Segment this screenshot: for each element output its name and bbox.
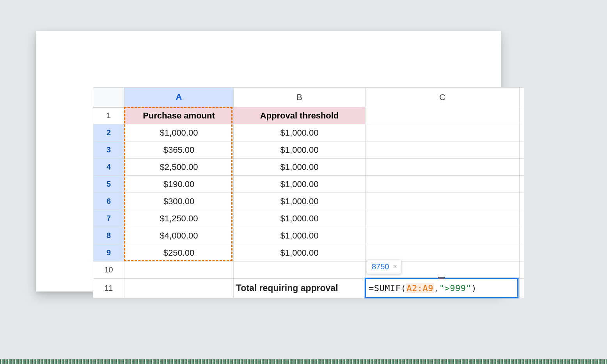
cell-b4[interactable]: $1,000.00: [234, 159, 366, 176]
cell-d11[interactable]: [520, 279, 524, 298]
cell-d5[interactable]: [520, 176, 524, 193]
cell-d6[interactable]: [520, 193, 524, 210]
formula-result-tooltip: 8750 ×: [367, 260, 401, 274]
formula-text: =SUMIF(A2:A9,">999"): [369, 283, 477, 293]
cell-a1[interactable]: Purchase amount: [124, 107, 234, 124]
row-header-8[interactable]: 8: [93, 227, 124, 244]
cell-c11[interactable]: =SUMIF(A2:A9,">999"): [366, 279, 520, 298]
row-header-11[interactable]: 11: [93, 279, 124, 298]
grid[interactable]: A B C 1 Purchase amount Approval thresho…: [93, 87, 524, 298]
cell-c8[interactable]: [366, 227, 520, 244]
close-icon[interactable]: ×: [393, 263, 398, 271]
cell-d2[interactable]: [520, 124, 524, 141]
cell-c9[interactable]: [366, 244, 520, 262]
cell-c7[interactable]: [366, 210, 520, 227]
formula-eq: =: [369, 283, 374, 293]
row-header-7[interactable]: 7: [93, 210, 124, 227]
cell-b5[interactable]: $1,000.00: [234, 176, 366, 193]
column-header-b[interactable]: B: [234, 88, 366, 107]
cell-a6[interactable]: $300.00: [124, 193, 234, 210]
formula-string: ">999": [439, 283, 471, 293]
cell-c4[interactable]: [366, 159, 520, 176]
formula-open-paren: (: [401, 283, 406, 293]
row-header-9[interactable]: 9: [93, 244, 124, 262]
cell-b6[interactable]: $1,000.00: [234, 193, 366, 210]
cell-c1[interactable]: [366, 107, 520, 124]
row-header-10[interactable]: 10: [93, 262, 124, 279]
cell-c2[interactable]: [366, 124, 520, 141]
cell-d8[interactable]: [520, 227, 524, 244]
cell-d4[interactable]: [520, 159, 524, 176]
spreadsheet[interactable]: A B C 1 Purchase amount Approval thresho…: [93, 87, 524, 298]
cell-a2[interactable]: $1,000.00: [124, 124, 234, 141]
row-header-3[interactable]: 3: [93, 141, 124, 159]
formula-range: A2:A9: [406, 283, 434, 293]
cell-c6[interactable]: [366, 193, 520, 210]
cell-b11[interactable]: Total requiring approval: [234, 279, 366, 298]
cell-b1[interactable]: Approval threshold: [234, 107, 366, 124]
cell-a3[interactable]: $365.00: [124, 141, 234, 159]
cell-d3[interactable]: [520, 141, 524, 159]
screenshot-card: A B C 1 Purchase amount Approval thresho…: [36, 31, 501, 292]
cell-a7[interactable]: $1,250.00: [124, 210, 234, 227]
row-header-6[interactable]: 6: [93, 193, 124, 210]
cell-b2[interactable]: $1,000.00: [234, 124, 366, 141]
row-header-2[interactable]: 2: [93, 124, 124, 141]
cell-d7[interactable]: [520, 210, 524, 227]
column-header-d[interactable]: [520, 88, 524, 107]
column-header-a[interactable]: A: [124, 88, 234, 107]
cell-b7[interactable]: $1,000.00: [234, 210, 366, 227]
cell-d9[interactable]: [520, 244, 524, 262]
column-header-c[interactable]: C: [366, 88, 520, 107]
cell-b10[interactable]: [234, 262, 366, 279]
cell-b9[interactable]: $1,000.00: [234, 244, 366, 262]
cell-c3[interactable]: [366, 141, 520, 159]
select-all-corner[interactable]: [93, 88, 124, 107]
cell-a10[interactable]: [124, 262, 234, 279]
cell-b3[interactable]: $1,000.00: [234, 141, 366, 159]
formula-comma: ,: [434, 283, 439, 293]
cell-d10[interactable]: [520, 262, 524, 279]
cell-d1[interactable]: [520, 107, 524, 124]
cell-a9[interactable]: $250.00: [124, 244, 234, 262]
formula-fn: SUMIF: [374, 283, 401, 293]
formula-close-paren: ): [471, 283, 477, 293]
row-header-1[interactable]: 1: [93, 107, 124, 124]
formula-result-value: 8750: [372, 262, 389, 271]
row-header-4[interactable]: 4: [93, 159, 124, 176]
cell-a5[interactable]: $190.00: [124, 176, 234, 193]
cell-c5[interactable]: [366, 176, 520, 193]
footer-decoration: [0, 359, 607, 364]
cell-a4[interactable]: $2,500.00: [124, 159, 234, 176]
row-header-5[interactable]: 5: [93, 176, 124, 193]
cell-a11[interactable]: [124, 279, 234, 298]
cell-b8[interactable]: $1,000.00: [234, 227, 366, 244]
cell-a8[interactable]: $4,000.00: [124, 227, 234, 244]
